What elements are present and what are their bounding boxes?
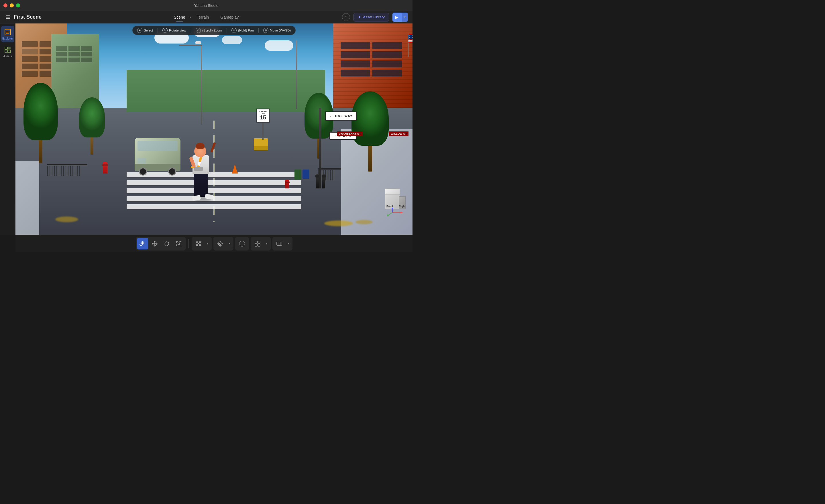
- maximize-button[interactable]: [16, 3, 20, 7]
- grid-view-button[interactable]: [252, 238, 263, 249]
- grid-view-dropdown[interactable]: ▾: [264, 238, 270, 249]
- viewport[interactable]: CRANBERRY ST WILLOW ST: [15, 23, 412, 235]
- yellow-taxi: [254, 138, 268, 150]
- hand-tool-button[interactable]: [137, 238, 148, 249]
- svg-rect-18: [178, 243, 179, 245]
- fire-hydrant: [103, 162, 107, 174]
- svg-text:X: X: [401, 211, 403, 214]
- svg-point-21: [219, 243, 221, 245]
- tab-scene[interactable]: Scene: [168, 13, 191, 22]
- background-trees: [127, 70, 325, 112]
- hamburger-menu-button[interactable]: [5, 14, 11, 20]
- nav-gizmo[interactable]: Front Right X Y Z: [385, 188, 405, 209]
- rotate-tool[interactable]: ↻ Rotate view: [162, 28, 186, 33]
- nav-tabs: Scene Terrain Gameplay: [168, 13, 244, 22]
- tree-left-large: [23, 83, 58, 163]
- toolbar-group-view: ▾: [251, 237, 271, 251]
- scene-title: First Scene: [14, 14, 42, 20]
- viewport-toolbar: Select ↻ Rotate view ⊙ (Scroll) Zoom ⊛ (…: [132, 26, 296, 35]
- sidebar-item-assets[interactable]: Assets: [1, 44, 14, 60]
- svg-point-20: [218, 242, 222, 246]
- play-controls: ▶ ▾: [392, 13, 408, 22]
- title-bar: Yahaha Studio: [0, 0, 412, 11]
- move-tool[interactable]: ⊞ Move (WASD): [263, 28, 291, 33]
- zoom-tool[interactable]: ⊙ (Scroll) Zoom: [196, 28, 222, 33]
- lamp-post-right: [296, 40, 297, 109]
- close-button[interactable]: [3, 3, 7, 7]
- cursor-icon: [137, 28, 142, 33]
- menu-bar: First Scene ▾ Scene Terrain Gameplay ? ✦…: [0, 11, 412, 23]
- svg-text:Z: Z: [391, 207, 393, 209]
- svg-point-19: [198, 243, 199, 244]
- fire-hydrant-right: [285, 180, 289, 188]
- cloud-4: [265, 40, 293, 51]
- snap-dropdown[interactable]: ▾: [205, 238, 211, 249]
- select-tool[interactable]: Select: [137, 28, 153, 33]
- zoom-icon: ⊙: [196, 28, 201, 33]
- cranberry-st-sign: CRANBERRY ST: [337, 132, 363, 136]
- help-button[interactable]: ?: [342, 13, 350, 21]
- asset-library-button[interactable]: ✦ Asset Library: [354, 13, 389, 21]
- minimize-button[interactable]: [10, 3, 14, 7]
- gizmo-cube: Front Right: [385, 188, 405, 209]
- window-title: Yahaha Studio: [194, 3, 218, 8]
- svg-rect-5: [8, 47, 11, 50]
- aspect-ratio-dropdown[interactable]: ▾: [286, 238, 291, 249]
- play-dropdown-button[interactable]: ▾: [401, 13, 408, 22]
- toolbar-group-align: ▾: [213, 237, 233, 251]
- one-way-sign-top: ← ONE WAY: [325, 111, 357, 120]
- left-sidebar: Explorer Assets: [0, 23, 15, 235]
- svg-rect-4: [5, 47, 7, 50]
- align-button[interactable]: [215, 238, 226, 249]
- separator-3: [227, 28, 227, 33]
- van: [135, 138, 180, 176]
- scale-tool-button[interactable]: [173, 238, 184, 249]
- toolbar-group-snap: ▾: [192, 237, 212, 251]
- toolbar-group-aspect: ▾: [273, 237, 293, 251]
- svg-rect-29: [258, 244, 260, 246]
- circle-tool-button[interactable]: [236, 238, 248, 249]
- svg-rect-30: [277, 242, 282, 245]
- svg-rect-6: [5, 50, 7, 53]
- svg-rect-28: [255, 244, 257, 246]
- aspect-ratio-button[interactable]: [274, 238, 285, 249]
- svg-rect-2: [6, 32, 9, 32]
- snap-button[interactable]: [193, 238, 204, 249]
- sign-pole-right: [319, 108, 321, 188]
- crosswalk: [127, 172, 301, 209]
- svg-rect-26: [255, 241, 257, 243]
- align-dropdown[interactable]: ▾: [227, 238, 232, 249]
- scene-canvas: CRANBERRY ST WILLOW ST: [15, 23, 412, 235]
- svg-rect-7: [8, 50, 11, 53]
- lamp-post-center: [190, 45, 213, 129]
- sidewalk-left: [15, 161, 39, 235]
- svg-rect-27: [258, 241, 260, 243]
- svg-rect-3: [6, 33, 9, 33]
- sidebar-item-explorer[interactable]: Explorer: [1, 26, 14, 43]
- traffic-cone: [232, 164, 238, 174]
- willow-st-sign: WILLOW ST: [389, 132, 408, 136]
- tab-terrain[interactable]: Terrain: [191, 13, 215, 22]
- speed-limit-sign: SPEED LIMIT 15: [256, 108, 270, 140]
- assets-label: Assets: [3, 55, 12, 58]
- cloud-3: [222, 36, 242, 44]
- traffic-lights: [3, 3, 20, 7]
- right-controls: ? ✦ Asset Library ▶ ▾: [342, 13, 408, 22]
- rotate-tool-button[interactable]: [161, 238, 172, 249]
- bottom-toolbar: ▾ ▾ ▾: [15, 235, 412, 252]
- toolbar-group-transform: [136, 237, 185, 251]
- toolbar-group-grid: [235, 237, 249, 251]
- star-icon: ✦: [358, 15, 361, 19]
- tree-left-mid: [79, 97, 105, 155]
- pan-tool[interactable]: ⊛ (Hold) Pan: [231, 28, 254, 33]
- tab-gameplay[interactable]: Gameplay: [215, 13, 244, 22]
- separator-2: [191, 28, 191, 33]
- move-tool-button[interactable]: [149, 238, 160, 249]
- play-button[interactable]: ▶: [392, 13, 401, 22]
- leaves-left: [55, 217, 78, 222]
- us-flag: ★★★ ★★★ ★★★: [407, 34, 408, 57]
- axes-svg: X Y Z: [387, 207, 404, 218]
- fence-left: [47, 164, 87, 176]
- rotate-view-icon: ↻: [162, 28, 167, 33]
- trash-bins: [295, 170, 309, 180]
